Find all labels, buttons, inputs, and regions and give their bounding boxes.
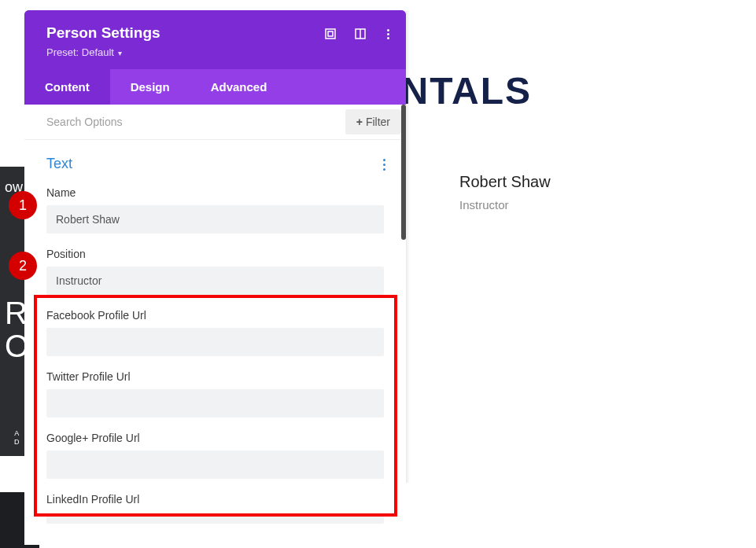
svg-rect-0 <box>326 29 335 39</box>
thumb-credit: AD <box>14 429 20 447</box>
panel-header: Person Settings Preset: Default ▾ <box>24 10 406 69</box>
tab-design[interactable]: Design <box>110 69 190 105</box>
field-position: Position <box>46 248 384 295</box>
linkedin-input[interactable] <box>46 514 384 524</box>
twitter-label: Twitter Profile Url <box>46 370 384 383</box>
svg-rect-1 <box>328 31 333 36</box>
preset-dropdown[interactable]: Preset: Default ▾ <box>46 46 387 58</box>
filter-button[interactable]: +Filter <box>345 109 401 134</box>
position-input[interactable] <box>46 267 384 295</box>
section-more-icon[interactable] <box>383 159 385 171</box>
plus-icon: + <box>356 116 363 128</box>
section-text-toggle[interactable]: Text <box>46 156 384 172</box>
field-google-url: Google+ Profile Url <box>46 432 384 479</box>
facebook-label: Facebook Profile Url <box>46 309 384 322</box>
tab-content[interactable]: Content <box>24 69 110 105</box>
caret-down-icon: ▾ <box>116 49 122 57</box>
preset-label: Preset: Default <box>46 46 114 58</box>
search-input[interactable] <box>46 105 345 139</box>
name-input[interactable] <box>46 205 384 234</box>
more-menu-icon[interactable] <box>384 29 392 39</box>
position-label: Position <box>46 248 384 260</box>
expand-icon[interactable] <box>324 28 337 40</box>
field-twitter-url: Twitter Profile Url <box>46 370 384 417</box>
name-label: Name <box>46 186 384 199</box>
google-input[interactable] <box>46 451 384 479</box>
tab-bar: Content Design Advanced <box>24 69 406 105</box>
preview-person-position: Instructor <box>459 198 509 211</box>
preview-person-name: Robert Shaw <box>459 173 551 191</box>
twitter-input[interactable] <box>46 389 384 417</box>
search-filter-row: +Filter <box>24 105 406 140</box>
google-label: Google+ Profile Url <box>46 432 384 444</box>
panel-shadow <box>406 11 410 483</box>
field-name: Name <box>46 186 384 234</box>
settings-panel: Person Settings Preset: Default ▾ Conten… <box>24 10 406 545</box>
filter-label: Filter <box>366 116 390 128</box>
tab-advanced[interactable]: Advanced <box>190 69 288 105</box>
columns-icon[interactable] <box>354 28 367 40</box>
field-linkedin-url: LinkedIn Profile Url <box>46 493 384 526</box>
section-title-label: Text <box>46 156 72 171</box>
settings-content: Text Name Position Facebook Profile Url … <box>24 140 406 545</box>
annotation-badge-2: 2 <box>9 252 37 280</box>
field-facebook-url: Facebook Profile Url <box>46 309 384 356</box>
header-icon-group <box>324 28 392 40</box>
annotation-badge-1: 1 <box>9 191 37 219</box>
linkedin-label: LinkedIn Profile Url <box>46 493 384 506</box>
scrollbar-thumb[interactable] <box>401 105 406 240</box>
facebook-input[interactable] <box>46 328 384 356</box>
